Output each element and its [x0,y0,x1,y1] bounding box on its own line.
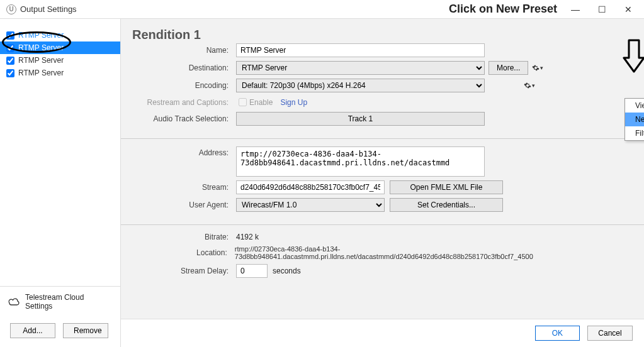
output-item[interactable]: RTMP Server [0,54,120,67]
output-checkbox[interactable] [6,57,14,65]
window-title: Output Settings [20,4,77,14]
cancel-button[interactable]: Cancel [587,326,633,341]
location-label: Location: [132,248,235,257]
output-item[interactable]: RTMP Server [0,67,120,79]
menu-filter[interactable]: Filter... [625,126,644,140]
destination-gear-icon[interactable]: ▾ [532,62,543,74]
maximize-button[interactable]: ☐ [589,0,615,19]
ok-button[interactable]: OK [535,326,580,341]
stream-delay-input[interactable] [236,264,268,278]
output-label: RTMP Server [18,69,64,77]
output-checkbox[interactable] [6,44,14,52]
output-checkbox[interactable] [6,69,14,77]
output-list: RTMP Server RTMP Server RTMP Server RTMP… [0,19,120,286]
cloud-settings-row[interactable]: Telestream Cloud Settings [0,286,120,317]
encoding-menu: View Details... New Preset Filter... [624,98,644,141]
minimize-button[interactable]: — [562,0,589,19]
name-label: Name: [132,46,236,55]
user-agent-label: User Agent: [132,201,236,209]
enable-label: Enable [249,98,273,107]
output-item-selected[interactable]: RTMP Server [0,41,120,54]
connection-section: Address: rtmp://02730eca-4836-daa4-b134-… [121,139,644,225]
set-credentials-button[interactable]: Set Credentials... [390,198,503,212]
summary-section: Bitrate: 4192 k Location: rtmp://02730ec… [121,225,644,290]
sidebar: RTMP Server RTMP Server RTMP Server RTMP… [0,19,121,347]
stream-label: Stream: [132,183,236,192]
add-button[interactable]: Add... [10,323,55,338]
restream-label: Restream and Captions: [132,98,236,107]
address-label: Address: [132,146,236,157]
audio-label: Audio Track Selection: [132,114,236,123]
encoding-label: Encoding: [132,81,236,90]
output-item[interactable]: RTMP Server [0,29,120,41]
user-agent-select[interactable]: Wirecast/FM 1.0 [236,198,385,212]
encoding-select[interactable]: Default: 720p30 (4Mbps) x264 H.264 [236,79,485,92]
close-button[interactable]: ✕ [615,0,641,19]
stream-input[interactable] [236,180,385,194]
instruction-label: Click on New Preset [449,3,557,16]
track-button[interactable]: Track 1 [236,112,485,126]
bitrate-label: Bitrate: [132,233,236,241]
app-icon: U [6,4,16,14]
remove-button[interactable]: Remove [63,323,108,338]
location-value: rtmp://02730eca-4836-daa4-b134-73d8bb948… [235,245,633,260]
titlebar: U Output Settings Click on New Preset — … [0,0,644,19]
encoding-gear-icon[interactable]: ▾ [524,80,535,91]
destination-select[interactable]: RTMP Server [236,61,485,75]
main-area: RTMP Server RTMP Server RTMP Server RTMP… [0,19,644,347]
delay-unit: seconds [273,267,301,275]
rendition-heading: Rendition 1 [132,28,236,42]
stream-delay-label: Stream Delay: [132,267,236,275]
content-panel: View Details... New Preset Filter... Ren… [121,19,644,347]
dialog-footer: OK Cancel [121,319,644,347]
destination-label: Destination: [132,63,236,72]
name-input[interactable] [236,43,485,57]
address-input[interactable]: rtmp://02730eca-4836-daa4-b134-73d8bb948… [236,146,485,177]
rendition-section: Rendition 1 Name: Destination: RTMP Serv… [121,19,644,139]
output-label: RTMP Server [18,31,64,40]
cloud-icon [8,297,20,306]
menu-new-preset[interactable]: New Preset [625,113,644,126]
enable-checkbox [239,98,247,106]
menu-view-details[interactable]: View Details... [625,99,644,113]
cloud-settings-label: Telestream Cloud Settings [25,293,113,311]
bitrate-value: 4192 k [236,233,259,241]
output-label: RTMP Server [18,56,64,65]
output-checkbox[interactable] [6,31,14,40]
output-label: RTMP Server [18,43,64,52]
more-button[interactable]: More... [489,61,528,75]
signup-link[interactable]: Sign Up [280,98,307,107]
open-fmle-button[interactable]: Open FMLE XML File [390,180,503,194]
